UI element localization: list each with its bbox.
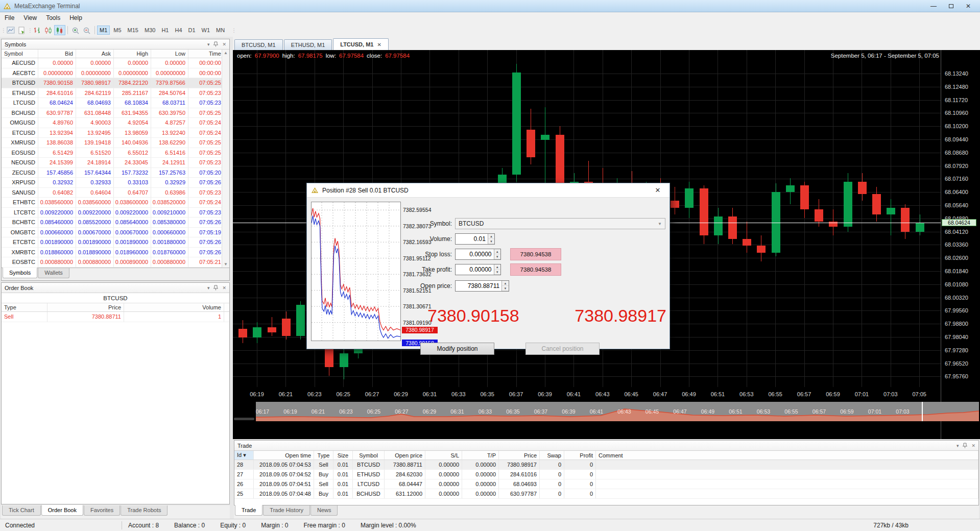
pin-icon[interactable] [213, 285, 218, 291]
symbol-row[interactable]: XMRUSD138.86038139.19418140.04936138.622… [2, 138, 229, 148]
symbol-row[interactable]: BCHBTC0.0854600000.0855200000.0856400000… [2, 218, 229, 228]
spin-down-icon[interactable]: ▼ [488, 239, 494, 244]
spin-down-icon[interactable]: ▼ [502, 286, 509, 291]
timeframe-m30[interactable]: M30 [142, 26, 158, 35]
timeframe-d1[interactable]: D1 [186, 26, 198, 35]
scroll-down-icon[interactable]: ▼ [224, 262, 228, 267]
zoom-out-icon[interactable] [81, 25, 92, 35]
trade-row[interactable]: 272018.09.05 07:04:52Buy0.01ETHUSD284.62… [234, 470, 978, 479]
spin-up-icon[interactable]: ▲ [502, 281, 509, 286]
zoom-in-icon[interactable] [70, 25, 81, 35]
tab-symbols[interactable]: Symbols [3, 268, 37, 278]
panel-menu-icon[interactable]: ▾ [207, 42, 210, 47]
toolbar-grip[interactable]: ⋮ [1, 28, 5, 33]
symbol-row[interactable]: AECBTC0.000000000.000000000.000000000.00… [2, 68, 229, 79]
bar-chart-type-icon[interactable] [32, 25, 43, 35]
dialog-title-bar[interactable]: Position #28 Sell 0.01 BTCUSD ✕ [307, 183, 670, 198]
symbol-row[interactable]: BCHUSD630.97787631.08448631.94355630.397… [2, 108, 229, 118]
minimize-button[interactable]: — [925, 1, 942, 11]
tab-order-book[interactable]: Order Book [41, 505, 83, 516]
symbol-row[interactable]: EOSBTC0.0008800000.0008800000.0008900000… [2, 257, 229, 268]
timeframe-h1[interactable]: H1 [159, 26, 171, 35]
symbol-row[interactable]: OMGBTC0.0006600000.0006700000.0006700000… [2, 228, 229, 238]
tick-chart-window-icon[interactable] [5, 25, 16, 35]
cancel-position-button[interactable]: Cancel position [525, 343, 600, 355]
tab-trade-history[interactable]: Trade History [263, 505, 310, 516]
timeframe-mn[interactable]: MN [213, 26, 227, 35]
symbol-row[interactable]: LTCUSD68.0462468.0469368.1083468.0371107… [2, 98, 229, 108]
symbol-row[interactable]: BTCUSD7380.901587380.989177384.221207379… [2, 78, 229, 88]
panel-close-icon[interactable]: ✕ [222, 42, 226, 47]
symbol-row[interactable]: AECUSD0.000000.000000.000000.0000000:00:… [2, 58, 229, 68]
spin-down-icon[interactable]: ▼ [494, 270, 500, 275]
trade-row[interactable]: 262018.09.05 07:04:51Sell0.01LTCUSD68.04… [234, 479, 978, 489]
panel-close-icon[interactable]: ✕ [222, 285, 226, 291]
tab-favorites[interactable]: Favorites [84, 505, 120, 516]
modify-position-button[interactable]: Modify position [420, 343, 494, 355]
menu-item-tools[interactable]: Tools [41, 13, 65, 22]
timeframe-m5[interactable]: M5 [111, 26, 124, 35]
dialog-close-icon[interactable]: ✕ [650, 186, 665, 194]
pin-icon[interactable] [963, 443, 967, 448]
symbol-row[interactable]: ETHBTC0.0385600000.0385600000.0386000000… [2, 198, 229, 208]
toolbar-grip[interactable]: ⋮ [28, 28, 32, 33]
time-axis-label: 06:37 [505, 391, 528, 397]
take-profit-price-button[interactable]: 7380.94538 [510, 263, 561, 276]
symbols-scrollbar[interactable]: ▲▼ [222, 50, 229, 268]
chart-tab-ethusd[interactable]: ETHUSD, M1 [284, 39, 332, 50]
trade-row[interactable]: 252018.09.05 07:04:48Buy0.01BCHUSD631.12… [234, 489, 978, 499]
timeframe-m15[interactable]: M15 [125, 26, 141, 35]
panel-close-icon[interactable]: ✕ [971, 443, 975, 448]
spin-up-icon[interactable]: ▲ [494, 264, 500, 270]
symbol-row[interactable]: OMGUSD4.897604.900034.920544.8725707:05:… [2, 118, 229, 128]
tab-news[interactable]: News [310, 505, 338, 516]
symbol-row[interactable]: ETHUSD284.61016284.62119285.21167284.507… [2, 88, 229, 99]
symbol-row[interactable]: ZECUSD157.45856157.64344157.73232157.257… [2, 168, 229, 178]
timeframe-h4[interactable]: H4 [172, 26, 184, 35]
tab-tick-chart[interactable]: Tick Chart [2, 505, 41, 516]
order-book-row[interactable]: Sell7380.887111 [2, 312, 229, 322]
open-price-input[interactable] [456, 281, 501, 291]
symbol-row[interactable]: XMRBTC0.0188600000.0188900000.0189600000… [2, 248, 229, 258]
symbol-row[interactable]: EOSUSD6.514296.515206.550126.5141607:05:… [2, 148, 229, 158]
trade-row[interactable]: 282018.09.05 07:04:53Sell0.01BTCUSD7380.… [234, 460, 978, 470]
timeframe-w1[interactable]: W1 [199, 26, 213, 35]
candlestick-chart-type-icon[interactable] [43, 25, 54, 35]
app-logo-icon [3, 3, 11, 10]
spin-up-icon[interactable]: ▲ [494, 249, 500, 254]
tab-close-icon[interactable]: ✕ [377, 42, 381, 47]
symbol-row[interactable]: SANUSD0.640820.646040.647070.6398607:05:… [2, 188, 229, 198]
tab-trade[interactable]: Trade [235, 505, 262, 516]
panel-menu-icon[interactable]: ▾ [957, 443, 959, 448]
menu-item-file[interactable]: File [0, 13, 19, 22]
stop-loss-input[interactable] [456, 249, 494, 259]
scroll-up-icon[interactable]: ▲ [224, 51, 228, 55]
chart-minimap[interactable]: 06:1706:1906:2106:2306:2506:2706:2906:31… [233, 402, 979, 421]
line-chart-type-icon-selected[interactable] [54, 25, 65, 35]
symbol-row[interactable]: ETCBTC0.0018900000.0018900000.0018900000… [2, 237, 229, 248]
time-axis-label: 06:21 [274, 391, 297, 397]
pin-icon[interactable] [213, 41, 218, 47]
symbol-row[interactable]: ETCUSD13.9239413.9249513.9805913.9224007… [2, 128, 229, 138]
volume-input[interactable] [456, 234, 488, 244]
close-button[interactable]: ✕ [960, 1, 977, 11]
symbol-row[interactable]: LTCBTC0.0092200000.0092200000.0092200000… [2, 208, 229, 218]
menu-item-view[interactable]: View [19, 13, 41, 22]
symbol-row[interactable]: XRPUSD0.329320.329330.331030.3292907:05:… [2, 178, 229, 188]
spin-down-icon[interactable]: ▼ [494, 254, 500, 259]
new-order-icon[interactable] [16, 25, 28, 35]
tab-wallets[interactable]: Wallets [38, 268, 69, 278]
symbol-select[interactable]: BTCUSD▼ [455, 218, 665, 229]
symbol-row[interactable]: NEOUSD24.1539924.1891424.3304524.1291107… [2, 158, 229, 168]
toolbar-grip[interactable]: ⋮ [231, 28, 235, 33]
maximize-button[interactable] [942, 1, 960, 11]
tab-trade-robots[interactable]: Trade Robots [121, 505, 168, 516]
menu-item-help[interactable]: Help [65, 13, 87, 22]
timeframe-m1[interactable]: M1 [97, 26, 110, 35]
spin-up-icon[interactable]: ▲ [488, 234, 494, 239]
panel-menu-icon[interactable]: ▾ [207, 285, 210, 291]
chart-tab-btcusd[interactable]: BTCUSD, M1 [234, 39, 283, 50]
chart-tab-ltcusd[interactable]: LTCUSD, M1✕ [333, 38, 389, 50]
stop-loss-price-button[interactable]: 7380.94538 [510, 248, 561, 260]
take-profit-input[interactable] [456, 264, 494, 275]
